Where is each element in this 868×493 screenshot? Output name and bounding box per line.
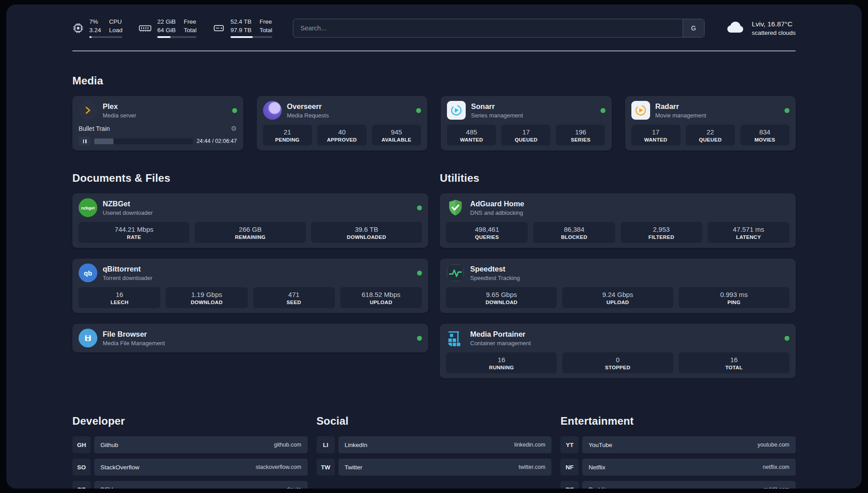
stat-tile: 22QUEUED <box>686 125 735 146</box>
section-title-social: Social <box>317 415 552 427</box>
stat-tile: 471SEED <box>253 287 335 308</box>
system-metrics: 7% CPU 3.24 Load <box>72 18 272 38</box>
bookmark-url: youtube.com <box>757 442 789 448</box>
status-dot <box>416 108 421 113</box>
app-card-overseerr[interactable]: Overseerr Media Requests 21PENDING 40APP… <box>257 96 428 150</box>
status-dot <box>417 271 422 276</box>
bookmark-url: github.com <box>274 442 301 448</box>
app-card-qbittorrent[interactable]: qb qBittorrent Torrent downloader 16LEEC… <box>72 259 428 313</box>
playback-progress-bar[interactable] <box>94 138 193 144</box>
app-name: Sonarr <box>471 102 523 111</box>
app-card-plex[interactable]: Plex Media server Bullet Train ⚙ 24:44 /… <box>72 96 243 150</box>
app-card-speedtest[interactable]: Speedtest Speedtest Tracking 9.65 GbpsDO… <box>440 259 796 313</box>
stat-tile: 40APPROVED <box>317 125 367 146</box>
bookmark-name: LinkedIn <box>345 442 367 448</box>
stat-tile: 17QUEUED <box>501 125 551 146</box>
bookmark-youtube[interactable]: YT YouTubeyoutube.com <box>560 436 796 453</box>
plex-player: 24:44 / 02:06:47 <box>79 137 237 146</box>
bookmark-twitter[interactable]: TW Twittertwitter.com <box>317 459 552 476</box>
bookmark-abbr: LI <box>317 436 335 453</box>
weather-location-temp: Lviv, 16.87°C <box>752 20 796 28</box>
gear-icon[interactable]: ⚙ <box>231 125 237 133</box>
bookmark-url: twitter.com <box>519 464 546 470</box>
stat-tile: 9.24 GbpsUPLOAD <box>562 287 673 308</box>
radarr-icon <box>631 101 650 120</box>
stat-tile: 39.6 TBDOWNLOADED <box>311 222 422 243</box>
section-title-developer: Developer <box>72 415 308 427</box>
app-card-radarr[interactable]: Radarr Movie management 17WANTED 22QUEUE… <box>625 96 796 150</box>
stat-tile: 266 GBREMAINING <box>195 222 305 243</box>
cpu-usage-value: 7% <box>89 18 101 26</box>
search-engine-button[interactable]: G <box>683 19 704 37</box>
now-playing-title: Bullet Train <box>79 125 110 132</box>
cloud-icon <box>725 20 746 37</box>
bookmark-name: StackOverflow <box>100 464 139 471</box>
cpu-metric: 7% CPU 3.24 Load <box>72 18 122 38</box>
cpu-label-1: CPU <box>109 18 122 26</box>
section-title-media: Media <box>72 75 796 87</box>
disk-label-2: Total <box>259 26 272 34</box>
app-card-filebrowser[interactable]: File Browser Media File Management <box>72 324 428 352</box>
bookmark-abbr: YT <box>560 436 579 453</box>
media-card-grid: Plex Media server Bullet Train ⚙ 24:44 /… <box>72 96 796 150</box>
status-dot <box>417 205 422 210</box>
cpu-label-2: Load <box>109 26 122 34</box>
bookmark-name: Github <box>100 442 118 448</box>
bookmark-name: Twitter <box>345 464 363 471</box>
app-subtitle: Media Requests <box>287 112 329 119</box>
bookmark-linkedin[interactable]: LI LinkedInlinkedin.com <box>317 436 552 453</box>
stat-tile: 485WANTED <box>447 125 496 146</box>
ram-icon <box>138 22 152 34</box>
app-name: Radarr <box>655 102 706 111</box>
ram-free-value: 22 GiB <box>157 18 175 26</box>
disk-icon <box>213 22 225 34</box>
app-subtitle: Media File Management <box>103 340 165 347</box>
bookmark-abbr: SO <box>72 459 91 476</box>
bookmark-group-entertainment: Entertainment YT YouTubeyoutube.com NF N… <box>560 415 796 489</box>
bookmark-abbr: TW <box>317 459 335 476</box>
app-card-nzbget[interactable]: nzbget NZBGet Usenet downloader 744.21 M… <box>72 193 428 248</box>
bookmark-url: reddit.com <box>764 486 789 489</box>
bookmark-abbr: GH <box>72 436 91 453</box>
documents-column: Documents & Files nzbget NZBGet Usenet d… <box>72 172 428 363</box>
app-subtitle: Torrent downloader <box>103 275 152 281</box>
status-dot <box>785 336 789 341</box>
stat-tile: 2,953FILTERED <box>621 222 702 243</box>
section-title-documents: Documents & Files <box>72 172 428 184</box>
search-input[interactable] <box>293 19 683 37</box>
bookmark-netflix[interactable]: NF Netflixnetflix.com <box>560 459 796 476</box>
stat-tile: 21PENDING <box>263 125 312 146</box>
app-subtitle: Media server <box>103 112 136 119</box>
pause-button[interactable] <box>79 137 91 146</box>
bookmark-url: netflix.com <box>763 464 789 470</box>
screen: 7% CPU 3.24 Load <box>0 0 868 493</box>
stat-tile: 0.993 msPING <box>679 287 789 308</box>
ram-label-1: Free <box>184 18 197 26</box>
status-dot <box>417 336 422 341</box>
cpu-progress-bar <box>89 36 122 38</box>
app-card-portainer[interactable]: Media Portainer Container management 16R… <box>440 324 796 378</box>
stat-tile: 834MOVIES <box>740 125 789 146</box>
app-subtitle: Speedtest Tracking <box>470 275 520 281</box>
app-card-sonarr[interactable]: Sonarr Series management 485WANTED 17QUE… <box>441 96 612 150</box>
stat-tile: 47.571 msLATENCY <box>708 222 789 243</box>
app-name: Speedtest <box>470 265 520 273</box>
stat-tile: 17WANTED <box>631 125 680 146</box>
bookmark-group-developer: Developer GH Githubgithub.com SO StackOv… <box>72 415 308 489</box>
bookmark-stackoverflow[interactable]: SO StackOverflowstackoverflow.com <box>72 459 308 476</box>
status-dot <box>601 108 605 113</box>
header-divider <box>72 50 796 51</box>
overseerr-icon <box>263 101 282 120</box>
section-title-utilities: Utilities <box>440 172 796 184</box>
app-name: Media Portainer <box>470 330 531 338</box>
bookmark-github[interactable]: GH Githubgithub.com <box>72 436 308 453</box>
qbittorrent-icon: qb <box>79 263 97 282</box>
stat-tile: 16TOTAL <box>679 352 789 373</box>
bookmark-reddit[interactable]: RE Redditreddit.com <box>560 481 796 489</box>
ram-progress-bar <box>157 36 196 38</box>
bookmark-dev[interactable]: DT DEVdev.to <box>72 481 308 489</box>
app-card-adguard[interactable]: AdGuard Home DNS and adblocking 498,461Q… <box>440 193 796 248</box>
stat-tile: 9.65 GbpsDOWNLOAD <box>446 287 557 308</box>
adguard-icon <box>446 198 465 217</box>
bookmark-name: Reddit <box>588 486 606 489</box>
